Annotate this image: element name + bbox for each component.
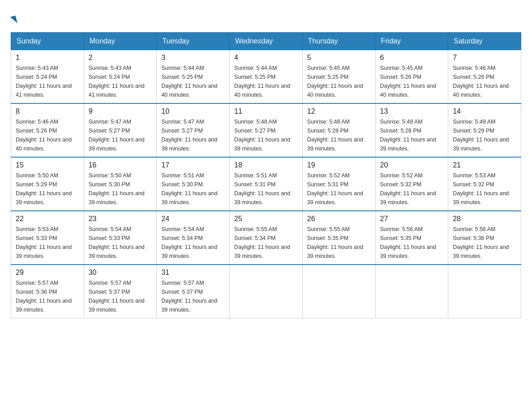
day-info: Sunrise: 5:46 AM Sunset: 5:26 PM Dayligh…	[16, 117, 79, 153]
day-number: 17	[161, 161, 225, 169]
calendar-cell: 9 Sunrise: 5:47 AM Sunset: 5:27 PM Dayli…	[84, 103, 157, 157]
day-info: Sunrise: 5:47 AM Sunset: 5:27 PM Dayligh…	[161, 117, 225, 153]
calendar-header-thursday: Thursday	[302, 33, 375, 50]
calendar-cell: 19 Sunrise: 5:52 AM Sunset: 5:31 PM Dayl…	[302, 157, 375, 211]
calendar-cell	[448, 265, 521, 318]
day-info: Sunrise: 5:53 AM Sunset: 5:33 PM Dayligh…	[16, 225, 79, 261]
day-info: Sunrise: 5:54 AM Sunset: 5:33 PM Dayligh…	[89, 225, 152, 261]
day-info: Sunrise: 5:45 AM Sunset: 5:26 PM Dayligh…	[380, 64, 444, 99]
calendar-cell	[230, 265, 303, 318]
calendar-header-tuesday: Tuesday	[157, 33, 230, 50]
day-number: 10	[161, 107, 225, 116]
day-info: Sunrise: 5:55 AM Sunset: 5:35 PM Dayligh…	[307, 225, 371, 261]
calendar-cell: 23 Sunrise: 5:54 AM Sunset: 5:33 PM Dayl…	[84, 211, 157, 265]
calendar-cell: 5 Sunrise: 5:45 AM Sunset: 5:25 PM Dayli…	[302, 50, 375, 104]
calendar-week-row: 29 Sunrise: 5:57 AM Sunset: 5:36 PM Dayl…	[11, 265, 521, 318]
day-info: Sunrise: 5:56 AM Sunset: 5:35 PM Dayligh…	[380, 225, 444, 261]
day-number: 4	[234, 54, 298, 62]
day-number: 19	[307, 161, 371, 169]
day-info: Sunrise: 5:43 AM Sunset: 5:24 PM Dayligh…	[89, 64, 152, 99]
day-info: Sunrise: 5:46 AM Sunset: 5:26 PM Dayligh…	[453, 64, 516, 99]
calendar-cell: 30 Sunrise: 5:57 AM Sunset: 5:37 PM Dayl…	[84, 265, 157, 318]
day-info: Sunrise: 5:52 AM Sunset: 5:32 PM Dayligh…	[380, 171, 444, 207]
day-number: 22	[16, 215, 79, 223]
calendar-table: SundayMondayTuesdayWednesdayThursdayFrid…	[11, 32, 521, 318]
day-info: Sunrise: 5:48 AM Sunset: 5:27 PM Dayligh…	[234, 117, 298, 153]
calendar-cell: 22 Sunrise: 5:53 AM Sunset: 5:33 PM Dayl…	[11, 211, 84, 265]
calendar-header-sunday: Sunday	[11, 33, 84, 50]
day-number: 23	[89, 215, 152, 223]
day-number: 31	[161, 269, 225, 277]
day-number: 30	[89, 269, 152, 277]
logo	[11, 11, 17, 23]
day-info: Sunrise: 5:53 AM Sunset: 5:32 PM Dayligh…	[453, 171, 516, 207]
day-info: Sunrise: 5:44 AM Sunset: 5:25 PM Dayligh…	[161, 64, 225, 99]
day-number: 24	[161, 215, 225, 223]
calendar-header-row: SundayMondayTuesdayWednesdayThursdayFrid…	[11, 33, 521, 50]
day-info: Sunrise: 5:57 AM Sunset: 5:36 PM Dayligh…	[16, 278, 79, 314]
day-number: 2	[89, 54, 152, 62]
calendar-cell: 2 Sunrise: 5:43 AM Sunset: 5:24 PM Dayli…	[84, 50, 157, 104]
day-info: Sunrise: 5:50 AM Sunset: 5:30 PM Dayligh…	[89, 171, 152, 207]
calendar-cell: 24 Sunrise: 5:54 AM Sunset: 5:34 PM Dayl…	[157, 211, 230, 265]
day-info: Sunrise: 5:49 AM Sunset: 5:28 PM Dayligh…	[380, 117, 444, 153]
logo-arrow-icon	[10, 16, 17, 25]
calendar-cell: 8 Sunrise: 5:46 AM Sunset: 5:26 PM Dayli…	[11, 103, 84, 157]
day-info: Sunrise: 5:51 AM Sunset: 5:31 PM Dayligh…	[234, 171, 298, 207]
day-number: 5	[307, 54, 371, 62]
calendar-header-saturday: Saturday	[448, 33, 521, 50]
day-number: 3	[161, 54, 225, 62]
calendar-cell: 16 Sunrise: 5:50 AM Sunset: 5:30 PM Dayl…	[84, 157, 157, 211]
calendar-cell: 18 Sunrise: 5:51 AM Sunset: 5:31 PM Dayl…	[230, 157, 303, 211]
calendar-cell	[302, 265, 375, 318]
calendar-cell: 10 Sunrise: 5:47 AM Sunset: 5:27 PM Dayl…	[157, 103, 230, 157]
day-info: Sunrise: 5:47 AM Sunset: 5:27 PM Dayligh…	[89, 117, 152, 153]
day-number: 13	[380, 107, 444, 116]
day-number: 25	[234, 215, 298, 223]
calendar-cell: 14 Sunrise: 5:49 AM Sunset: 5:29 PM Dayl…	[448, 103, 521, 157]
day-number: 8	[16, 107, 79, 116]
calendar-cell: 21 Sunrise: 5:53 AM Sunset: 5:32 PM Dayl…	[448, 157, 521, 211]
calendar-week-row: 15 Sunrise: 5:50 AM Sunset: 5:29 PM Dayl…	[11, 157, 521, 211]
day-number: 21	[453, 161, 516, 169]
calendar-header-friday: Friday	[375, 33, 448, 50]
day-info: Sunrise: 5:57 AM Sunset: 5:37 PM Dayligh…	[161, 278, 225, 314]
day-number: 9	[89, 107, 152, 116]
calendar-cell: 11 Sunrise: 5:48 AM Sunset: 5:27 PM Dayl…	[230, 103, 303, 157]
calendar-cell: 29 Sunrise: 5:57 AM Sunset: 5:36 PM Dayl…	[11, 265, 84, 318]
calendar-cell: 1 Sunrise: 5:43 AM Sunset: 5:24 PM Dayli…	[11, 50, 84, 104]
calendar-cell: 15 Sunrise: 5:50 AM Sunset: 5:29 PM Dayl…	[11, 157, 84, 211]
day-number: 15	[16, 161, 79, 169]
calendar-week-row: 1 Sunrise: 5:43 AM Sunset: 5:24 PM Dayli…	[11, 50, 521, 104]
calendar-cell: 7 Sunrise: 5:46 AM Sunset: 5:26 PM Dayli…	[448, 50, 521, 104]
day-info: Sunrise: 5:43 AM Sunset: 5:24 PM Dayligh…	[16, 64, 79, 99]
calendar-cell: 27 Sunrise: 5:56 AM Sunset: 5:35 PM Dayl…	[375, 211, 448, 265]
calendar-cell: 31 Sunrise: 5:57 AM Sunset: 5:37 PM Dayl…	[157, 265, 230, 318]
day-info: Sunrise: 5:49 AM Sunset: 5:29 PM Dayligh…	[453, 117, 516, 153]
calendar-cell: 12 Sunrise: 5:48 AM Sunset: 5:28 PM Dayl…	[302, 103, 375, 157]
day-number: 11	[234, 107, 298, 116]
day-info: Sunrise: 5:55 AM Sunset: 5:34 PM Dayligh…	[234, 225, 298, 261]
day-info: Sunrise: 5:51 AM Sunset: 5:30 PM Dayligh…	[161, 171, 225, 207]
calendar-cell: 4 Sunrise: 5:44 AM Sunset: 5:25 PM Dayli…	[230, 50, 303, 104]
day-info: Sunrise: 5:48 AM Sunset: 5:28 PM Dayligh…	[307, 117, 371, 153]
calendar-cell: 13 Sunrise: 5:49 AM Sunset: 5:28 PM Dayl…	[375, 103, 448, 157]
calendar-cell: 20 Sunrise: 5:52 AM Sunset: 5:32 PM Dayl…	[375, 157, 448, 211]
day-number: 18	[234, 161, 298, 169]
day-info: Sunrise: 5:50 AM Sunset: 5:29 PM Dayligh…	[16, 171, 79, 207]
calendar-header-monday: Monday	[84, 33, 157, 50]
day-number: 29	[16, 269, 79, 277]
calendar-header-wednesday: Wednesday	[230, 33, 303, 50]
calendar-cell: 28 Sunrise: 5:56 AM Sunset: 5:36 PM Dayl…	[448, 211, 521, 265]
day-number: 28	[453, 215, 516, 223]
day-info: Sunrise: 5:57 AM Sunset: 5:37 PM Dayligh…	[89, 278, 152, 314]
day-number: 1	[16, 54, 79, 62]
day-number: 12	[307, 107, 371, 116]
calendar-cell: 25 Sunrise: 5:55 AM Sunset: 5:34 PM Dayl…	[230, 211, 303, 265]
day-info: Sunrise: 5:54 AM Sunset: 5:34 PM Dayligh…	[161, 225, 225, 261]
day-info: Sunrise: 5:44 AM Sunset: 5:25 PM Dayligh…	[234, 64, 298, 99]
day-number: 14	[453, 107, 516, 116]
day-number: 7	[453, 54, 516, 62]
day-number: 20	[380, 161, 444, 169]
day-number: 26	[307, 215, 371, 223]
